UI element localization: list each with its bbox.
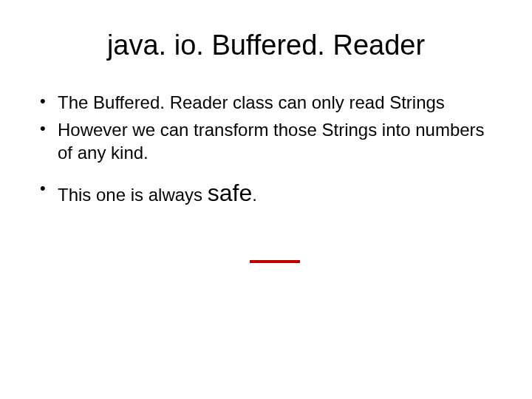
slide-title: java. io. Buffered. Reader — [37, 30, 495, 61]
bullet-item-3-emph: safe — [208, 180, 252, 206]
bullet-item-2: However we can transform those Strings i… — [37, 118, 495, 164]
bullet-list: The Buffered. Reader class can only read… — [37, 91, 495, 208]
red-underline-mark — [250, 260, 300, 263]
bullet-item-3-prefix: This one is always — [58, 185, 208, 205]
bullet-item-3: This one is always safe. — [37, 178, 495, 209]
bullet-item-3-suffix: . — [252, 185, 257, 205]
bullet-item-1: The Buffered. Reader class can only read… — [37, 91, 495, 114]
